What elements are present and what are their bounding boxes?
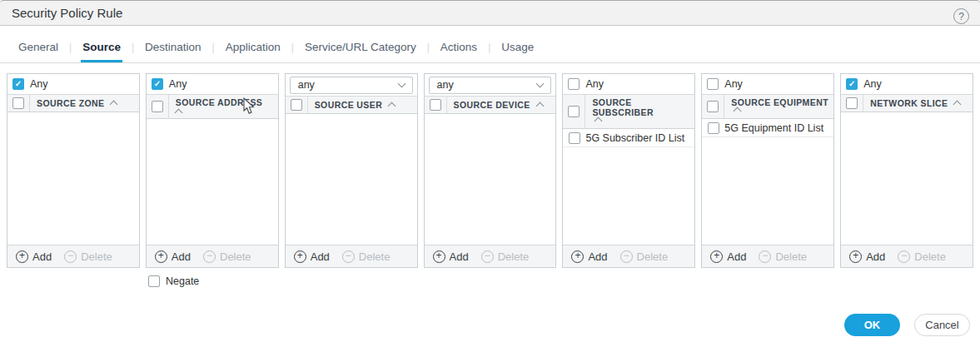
source-subscriber-delete-button[interactable]: −Delete (620, 250, 669, 263)
minus-icon: − (342, 250, 355, 263)
source-user-list (286, 114, 417, 245)
help-icon[interactable]: ? (953, 8, 969, 24)
source-zone-header[interactable]: SOURCE ZONE (7, 94, 139, 112)
negate-label: Negate (166, 275, 199, 287)
source-subscriber-header-label: SOURCE SUBSCRIBER (592, 97, 691, 117)
check-icon: ✓ (848, 80, 855, 88)
network-slice-any-checkbox[interactable]: ✓ (846, 78, 858, 90)
source-equipment-list: 5G Equipment ID List (702, 119, 833, 245)
source-device-delete-button[interactable]: −Delete (481, 250, 530, 263)
source-address-header-label: SOURCE ADDRESS (176, 97, 262, 107)
source-equipment-add-button[interactable]: +Add (710, 250, 746, 263)
source-address-any-checkbox[interactable]: ✓ (152, 78, 163, 90)
tab-application[interactable]: Application (224, 41, 282, 62)
tab-actions[interactable]: Actions (439, 41, 479, 62)
source-subscriber-any-row: Any (563, 74, 694, 94)
minus-icon: − (898, 250, 910, 263)
source-equipment-any-checkbox[interactable] (707, 78, 719, 90)
source-device-add-button[interactable]: +Add (433, 250, 469, 263)
network-slice-add-button[interactable]: +Add (849, 250, 885, 263)
source-subscriber-select-all-checkbox[interactable] (568, 106, 580, 117)
list-item[interactable]: 5G Equipment ID List (702, 119, 833, 137)
network-slice-any-label: Any (863, 78, 882, 90)
source-subscriber-add-button[interactable]: +Add (571, 250, 607, 263)
network-slice-select-all-checkbox[interactable] (846, 97, 858, 109)
source-zone-add-button[interactable]: +Add (16, 250, 52, 263)
plus-icon: + (16, 250, 28, 263)
cancel-button[interactable]: Cancel (914, 314, 970, 336)
dialog-actions: OK Cancel (844, 314, 970, 336)
tab-separator: | (203, 42, 224, 62)
source-zone-any-row: ✓ Any (7, 74, 139, 94)
source-address-any-row: ✓ Any (147, 74, 278, 94)
ok-button[interactable]: OK (844, 314, 900, 336)
check-icon: ✓ (15, 80, 22, 88)
source-address-delete-button[interactable]: −Delete (203, 250, 251, 263)
negate-option[interactable]: Negate (148, 275, 199, 287)
source-user-select-all-checkbox[interactable] (291, 99, 302, 111)
plus-icon: + (710, 250, 723, 263)
source-equipment-header[interactable]: SOURCE EQUIPMENT (702, 94, 833, 119)
source-device-list (425, 114, 556, 245)
source-address-select-all-checkbox[interactable] (152, 101, 163, 112)
tab-separator: | (479, 42, 500, 62)
source-device-header[interactable]: SOURCE DEVICE (425, 96, 556, 114)
sort-asc-icon (388, 102, 396, 111)
network-slice-header[interactable]: NETWORK SLICE (841, 94, 973, 112)
network-slice-list (841, 112, 973, 245)
plus-icon: + (849, 250, 862, 263)
source-equipment-delete-button[interactable]: −Delete (759, 250, 807, 263)
plus-icon: + (155, 250, 167, 263)
source-equipment-any-row: Any (702, 74, 833, 94)
column-source-device: any SOURCE DEVICE +Add −Delete (424, 73, 557, 268)
tab-separator: | (60, 42, 81, 62)
source-subscriber-list: 5G Subscriber ID List (563, 129, 694, 245)
source-device-dropdown[interactable]: any (429, 77, 552, 94)
source-device-select-all-checkbox[interactable] (430, 99, 441, 111)
minus-icon: − (203, 250, 216, 263)
source-subscriber-any-label: Any (585, 78, 604, 90)
tab-separator: | (418, 42, 439, 62)
source-zone-select-all-checkbox[interactable] (12, 97, 24, 109)
source-subscriber-header[interactable]: SOURCE SUBSCRIBER (563, 94, 694, 129)
source-user-delete-button[interactable]: −Delete (342, 250, 391, 263)
subscriber-item-checkbox[interactable] (569, 132, 580, 144)
source-equipment-select-all-checkbox[interactable] (707, 101, 719, 112)
network-slice-any-row: ✓ Any (841, 74, 973, 94)
minus-icon: − (64, 250, 77, 263)
source-zone-any-label: Any (30, 78, 48, 90)
tab-usage[interactable]: Usage (500, 41, 535, 62)
source-address-header[interactable]: SOURCE ADDRESS (147, 94, 278, 119)
check-icon: ✓ (154, 80, 161, 88)
source-user-dropdown[interactable]: any (290, 77, 413, 94)
equipment-item-checkbox[interactable] (708, 122, 719, 134)
source-zone-list (7, 112, 139, 245)
column-network-slice: ✓ Any NETWORK SLICE +Add −Delete (840, 73, 973, 268)
tab-service-url-category[interactable]: Service/URL Category (303, 41, 418, 62)
plus-icon: + (571, 250, 584, 263)
dialog-title: Security Policy Rule (12, 6, 122, 20)
source-user-add-button[interactable]: +Add (294, 250, 330, 263)
source-zone-any-checkbox[interactable]: ✓ (12, 78, 24, 90)
tab-general[interactable]: General (17, 41, 60, 62)
tab-bar: General | Source | Destination | Applica… (0, 26, 980, 63)
negate-checkbox[interactable] (148, 275, 160, 287)
source-user-header[interactable]: SOURCE USER (286, 96, 417, 114)
sort-asc-icon (535, 102, 544, 111)
network-slice-header-label: NETWORK SLICE (870, 98, 948, 108)
source-zone-delete-button[interactable]: −Delete (64, 250, 112, 263)
source-device-header-label: SOURCE DEVICE (454, 100, 530, 110)
source-address-add-button[interactable]: +Add (155, 250, 191, 263)
sort-asc-icon (110, 101, 118, 109)
network-slice-delete-button[interactable]: −Delete (898, 250, 946, 263)
column-source-subscriber: Any SOURCE SUBSCRIBER 5G Subscriber ID L… (562, 73, 695, 268)
list-item-label: 5G Equipment ID List (724, 122, 823, 134)
source-subscriber-any-checkbox[interactable] (568, 78, 580, 90)
source-device-dropdown-value: any (437, 79, 454, 91)
tab-source[interactable]: Source (81, 41, 122, 62)
list-item[interactable]: 5G Subscriber ID List (563, 129, 694, 147)
sort-asc-icon (594, 117, 603, 126)
sort-asc-icon (174, 109, 182, 117)
tab-destination[interactable]: Destination (143, 41, 203, 62)
column-source-equipment: Any SOURCE EQUIPMENT 5G Equipment ID Lis… (701, 73, 834, 268)
